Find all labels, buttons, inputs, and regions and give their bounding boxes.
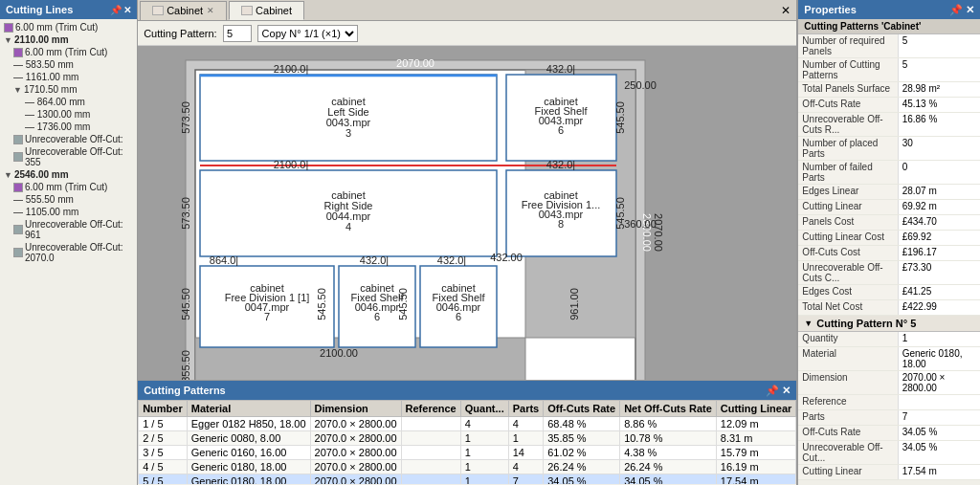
tree-item-label: Unrecoverable Off-Cut: 961 <box>25 219 133 240</box>
table-row[interactable]: 5 / 5 Generic 0180, 18.00 2070.0 × 2800.… <box>139 474 796 485</box>
tree-item[interactable]: ▼ 1710.50 mm <box>2 83 135 96</box>
tree-item-label: Unrecoverable Off-Cut: 2070.0 <box>25 242 133 263</box>
pin-icon[interactable]: 📌 <box>110 5 122 15</box>
prop-value <box>899 395 980 409</box>
center-panel: Cabinet ✕ Cabinet ✕ Cutting Pattern: Cop… <box>138 0 797 485</box>
expand-icon[interactable]: ▼ <box>4 170 12 180</box>
sub-section-header[interactable]: ▼ Cutting Pattern N° 5 <box>798 316 980 332</box>
tree-item[interactable]: — 1161.00 mm <box>2 71 135 83</box>
tree-item-label: 2546.00 mm <box>14 169 69 180</box>
tree-item-label: — 583.50 mm <box>13 59 74 70</box>
cell-net-offcuts: 8.86 % <box>620 417 717 431</box>
prop-value: Generic 0180, 18.00 <box>899 347 980 370</box>
col-parts: Parts <box>508 401 544 417</box>
panel-close-button[interactable]: ✕ <box>775 4 796 17</box>
prop-value: £41.25 <box>899 285 980 299</box>
prop-label: Parts <box>798 410 898 425</box>
col-net-offcuts: Net Off-Cuts Rate <box>620 401 717 417</box>
svg-text:432.0|: 432.0| <box>437 254 466 266</box>
tree-item[interactable]: ▼ 2546.00 mm <box>2 168 135 181</box>
prop-value: 28.98 m² <box>899 82 980 97</box>
svg-text:432.0|: 432.0| <box>546 63 575 75</box>
pattern-number-input[interactable] <box>223 25 252 42</box>
prop-row: Parts 7 <box>798 410 980 426</box>
tree-item-label: Unrecoverable Off-Cut: 355 <box>25 146 133 167</box>
tree-item[interactable]: 6.00 mm (Trim Cut) <box>2 46 135 58</box>
prop-row: Number of Cutting Patterns 5 <box>798 58 980 82</box>
prop-row: Cutting Linear Cost £69.92 <box>798 231 980 246</box>
bottom-panel-header: Cutting Patterns 📌 ✕ <box>138 381 796 400</box>
prop-label: Quantity <box>798 332 898 346</box>
canvas-area[interactable]: 2070.00 2800.00 cabinet Left Side 0043.m… <box>138 46 796 380</box>
cell-quant: 1 <box>460 431 508 446</box>
tree-item[interactable]: — 864.00 mm <box>2 96 135 108</box>
svg-text:432.00: 432.00 <box>490 252 523 263</box>
tree-item-label: 6.00 mm (Trim Cut) <box>25 182 107 192</box>
pin-icon[interactable]: 📌 <box>949 4 963 15</box>
copy-select[interactable]: Copy N° 1/1 (×1) <box>257 25 358 42</box>
tree-item-label: 6.00 mm (Trim Cut) <box>25 47 107 57</box>
prop-label: Number of Cutting Patterns <box>798 58 898 81</box>
expand-icon[interactable]: ▼ <box>4 35 12 45</box>
svg-text:6: 6 <box>558 124 564 136</box>
table-row[interactable]: 4 / 5 Generic 0180, 18.00 2070.0 × 2800.… <box>139 460 796 474</box>
svg-text:2070.00: 2070.00 <box>396 57 434 69</box>
cell-reference <box>401 431 460 446</box>
cell-offcuts: 68.48 % <box>544 417 620 431</box>
pin-icon[interactable]: 📌 <box>766 385 779 396</box>
tree-item[interactable]: Unrecoverable Off-Cut: 355 <box>2 145 135 168</box>
tree-item[interactable]: Unrecoverable Off-Cut: 961 <box>2 218 135 241</box>
tree-item[interactable]: 6.00 mm (Trim Cut) <box>2 181 135 193</box>
table-row[interactable]: 1 / 5 Egger 0182 H850, 18.00 2070.0 × 28… <box>139 417 796 431</box>
tree-item[interactable]: ▼ 2110.00 mm <box>2 33 135 46</box>
svg-text:545.50: 545.50 <box>614 101 626 134</box>
prop-value: £69.92 <box>899 231 980 245</box>
col-quant: Quant... <box>460 401 508 417</box>
cell-number: 5 / 5 <box>139 474 188 485</box>
tree-item[interactable]: — 1736.00 mm <box>2 121 135 133</box>
cell-dimension: 2070.0 × 2800.00 <box>310 446 401 460</box>
tree-item-label: — 1300.00 mm <box>25 109 90 120</box>
cell-quant: 4 <box>460 417 508 431</box>
tab-close-button[interactable]: ✕ <box>207 6 214 15</box>
tree-item[interactable]: — 1300.00 mm <box>2 108 135 121</box>
prop-row: Unrecoverable Off-Cuts C... £73.30 <box>798 261 980 285</box>
col-number: Number <box>139 401 188 417</box>
tab-cabinet-1[interactable]: Cabinet ✕ <box>140 1 227 20</box>
prop-value: 5 <box>899 34 980 57</box>
table-row[interactable]: 3 / 5 Generic 0160, 16.00 2070.0 × 2800.… <box>139 446 796 460</box>
tree-item-label: — 1161.00 mm <box>13 72 78 82</box>
cell-parts: 7 <box>508 474 544 485</box>
prop-label: Dimension <box>798 371 898 394</box>
left-panel-icons: 📌 ✕ <box>110 5 131 15</box>
tree-item[interactable]: Unrecoverable Off-Cut: <box>2 133 135 145</box>
cell-cutting: 17.54 m <box>716 474 796 485</box>
table-row[interactable]: 2 / 5 Generic 0080, 8.00 2070.0 × 2800.0… <box>139 431 796 446</box>
prop-label: Edges Cost <box>798 285 898 299</box>
sub-properties: Quantity 1 Material Generic 0180, 18.00 … <box>798 332 980 480</box>
cell-number: 4 / 5 <box>139 460 188 474</box>
svg-text:573.50: 573.50 <box>180 197 191 230</box>
close-icon[interactable]: ✕ <box>966 4 974 15</box>
close-icon[interactable]: ✕ <box>123 5 131 15</box>
tab-cabinet-2[interactable]: Cabinet <box>229 1 304 20</box>
prop-value: 17.54 m <box>899 465 980 479</box>
tree-item-label: 1710.50 mm <box>24 84 78 95</box>
tree-item[interactable]: — 555.50 mm <box>2 193 135 206</box>
expand-icon[interactable]: ▼ <box>13 85 22 95</box>
cell-offcuts: 61.02 % <box>544 446 620 460</box>
cell-dimension: 2070.0 × 2800.00 <box>310 431 401 446</box>
prop-row: Off-Cuts Cost £196.17 <box>798 246 980 261</box>
tab-label: Cabinet <box>167 5 203 16</box>
tree-item[interactable]: — 583.50 mm <box>2 58 135 71</box>
svg-text:6: 6 <box>374 311 380 322</box>
close-icon[interactable]: ✕ <box>782 385 791 396</box>
tree-item[interactable]: 6.00 mm (Trim Cut) <box>2 21 135 33</box>
cell-number: 2 / 5 <box>139 431 188 446</box>
bottom-table-container[interactable]: Number Material Dimension Reference Quan… <box>138 400 796 484</box>
tree-item[interactable]: Unrecoverable Off-Cut: 2070.0 <box>2 241 135 264</box>
expand-icon[interactable]: ▼ <box>804 319 813 328</box>
col-offcuts: Off-Cuts Rate <box>544 401 620 417</box>
prop-row: Off-Cuts Rate 45.13 % <box>798 98 980 113</box>
tree-item[interactable]: — 1105.00 mm <box>2 206 135 218</box>
